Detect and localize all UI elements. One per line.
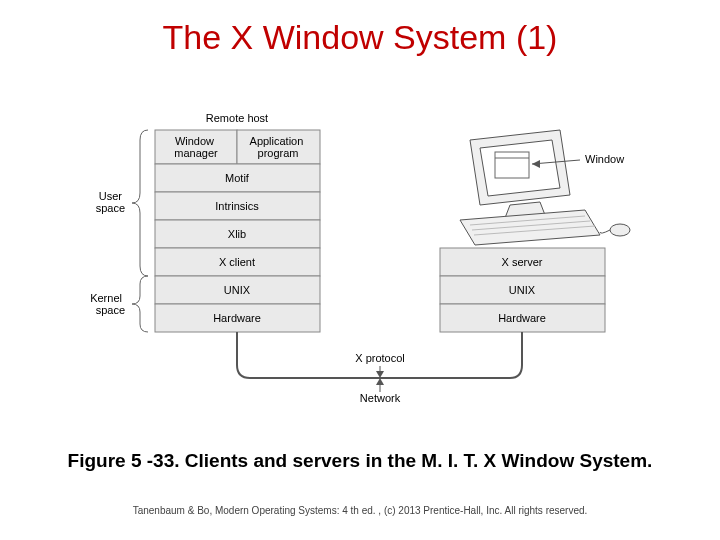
xserver-stack: X server UNIX Hardware: [440, 248, 605, 332]
window-manager-label-2: manager: [174, 147, 218, 159]
app-program-label-1: Application: [250, 135, 304, 147]
user-space-label-2: space: [96, 202, 125, 214]
layer-intrinsics: Intrinsics: [215, 200, 259, 212]
copyright-footer: Tanenbaum & Bo, Modern Operating Systems…: [0, 505, 720, 516]
user-space-brace: [132, 130, 148, 276]
kernel-space-label-1: Kernel: [90, 292, 122, 304]
network-arrowhead: [376, 378, 384, 385]
layer-unix-right: UNIX: [509, 284, 536, 296]
svg-point-20: [610, 224, 630, 236]
figure-caption: Figure 5 -33. Clients and servers in the…: [0, 450, 720, 472]
layer-hardware-left: Hardware: [213, 312, 261, 324]
network-label: Network: [360, 392, 401, 404]
kernel-space-label-2: space: [96, 304, 125, 316]
layer-hardware-right: Hardware: [498, 312, 546, 324]
remote-host-label: Remote host: [206, 112, 268, 124]
window-manager-label-1: Window: [175, 135, 214, 147]
window-label: Window: [585, 153, 624, 165]
svg-rect-15: [495, 152, 529, 178]
remote-host-stack: Window manager Application program Motif…: [155, 130, 320, 332]
layer-xclient: X client: [219, 256, 255, 268]
svg-text:Application
        program: Application program: [250, 135, 307, 159]
kernel-space-brace: [132, 276, 148, 332]
svg-text:Kernel
      space: Kernel space: [90, 292, 125, 316]
x-protocol-arrowhead: [376, 371, 384, 378]
x-protocol-label: X protocol: [355, 352, 405, 364]
computer-icon: [460, 130, 630, 245]
svg-text:Window
        manager: Window manager: [174, 135, 218, 159]
slide-title: The X Window System (1): [0, 18, 720, 57]
layer-xserver: X server: [502, 256, 543, 268]
svg-text:User
      space: User space: [96, 190, 125, 214]
layer-unix-left: UNIX: [224, 284, 251, 296]
x-window-diagram: Window manager Application program Motif…: [40, 110, 680, 430]
user-space-label-1: User: [99, 190, 123, 202]
app-program-label-2: program: [258, 147, 299, 159]
layer-motif: Motif: [225, 172, 250, 184]
layer-xlib: Xlib: [228, 228, 246, 240]
